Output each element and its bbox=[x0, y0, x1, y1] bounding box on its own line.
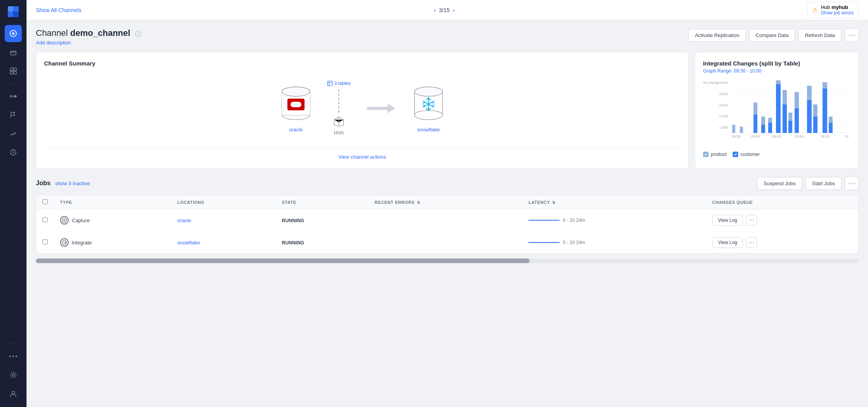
svg-rect-62 bbox=[768, 118, 772, 123]
sort-latency-icon[interactable]: ⇅ bbox=[552, 200, 556, 205]
svg-rect-68 bbox=[788, 113, 792, 121]
sidebar-item-user[interactable] bbox=[5, 385, 22, 402]
integrate-latency: 0 - 1h 24m bbox=[528, 240, 700, 245]
sidebar-item-analytics[interactable] bbox=[5, 125, 22, 142]
svg-rect-1 bbox=[13, 6, 19, 12]
activate-replication-button[interactable]: Activate Replication bbox=[688, 29, 746, 42]
integrate-view-log-button[interactable]: View Log bbox=[712, 237, 743, 248]
show-inactive-link[interactable]: show 3 inactive bbox=[55, 180, 90, 186]
svg-text:2,000: 2,000 bbox=[719, 114, 728, 118]
svg-rect-71 bbox=[807, 100, 812, 133]
capture-latency: 0 - 1h 24m bbox=[528, 218, 700, 223]
sidebar-item-settings[interactable] bbox=[5, 366, 22, 384]
pagination-prev[interactable]: ‹ bbox=[434, 7, 436, 14]
integrate-more-button[interactable]: ⋯ bbox=[746, 237, 757, 248]
sidebar-item-flags[interactable] bbox=[5, 106, 22, 124]
flow-arrow bbox=[366, 101, 397, 116]
svg-rect-59 bbox=[761, 125, 765, 133]
integrate-state: RUNNING bbox=[282, 240, 305, 246]
source-node: oracle bbox=[280, 84, 312, 133]
source-label[interactable]: oracle bbox=[289, 127, 303, 133]
svg-text:09:55: 09:55 bbox=[821, 134, 829, 138]
svg-text:09:45: 09:45 bbox=[772, 134, 781, 138]
jobs-title-area: Jobs show 3 inactive bbox=[36, 180, 90, 187]
select-all-checkbox[interactable] bbox=[43, 199, 48, 204]
pagination-current: 3/15 bbox=[439, 7, 450, 13]
breadcrumb-show-all[interactable]: Show All Channels bbox=[36, 7, 81, 13]
sidebar-item-storage[interactable] bbox=[5, 44, 22, 61]
svg-rect-60 bbox=[761, 117, 765, 125]
svg-rect-57 bbox=[753, 115, 757, 133]
chart-legend: product customer bbox=[703, 152, 850, 157]
chart-title: Integrated Changes (split by Table) bbox=[703, 60, 850, 67]
start-jobs-button[interactable]: Start Jobs bbox=[805, 177, 841, 190]
capture-location-link[interactable]: oracle bbox=[177, 218, 191, 223]
table-row: Integrate snowflake RUNNING bbox=[36, 232, 858, 254]
target-label[interactable]: snowflake bbox=[417, 127, 440, 133]
svg-point-5 bbox=[12, 32, 14, 35]
sort-errors-icon[interactable]: ⇅ bbox=[417, 200, 420, 205]
add-description-link[interactable]: Add description bbox=[36, 40, 141, 46]
chart-range: Graph Range: 09:30 - 10:00 bbox=[703, 68, 850, 74]
svg-point-15 bbox=[12, 356, 14, 357]
two-col-layout: Channel Summary bbox=[36, 52, 859, 168]
svg-rect-26 bbox=[328, 81, 332, 86]
jobs-more-button[interactable]: ⋯ bbox=[845, 176, 859, 190]
connector-line bbox=[338, 89, 339, 113]
svg-rect-0 bbox=[8, 6, 13, 12]
row-1-checkbox[interactable] bbox=[43, 217, 48, 222]
integrate-label: Integrate bbox=[72, 240, 92, 246]
svg-text:1,000: 1,000 bbox=[719, 126, 728, 129]
refresh-data-button[interactable]: Refresh Data bbox=[798, 29, 841, 42]
svg-rect-75 bbox=[822, 88, 827, 133]
app-logo[interactable] bbox=[6, 5, 20, 19]
view-channel-actions-link[interactable]: View channel actions bbox=[338, 154, 386, 160]
legend-product-checkbox[interactable] bbox=[703, 152, 709, 157]
hva-label: HVA bbox=[334, 130, 344, 136]
svg-rect-69 bbox=[795, 108, 799, 133]
pagination: ‹ 3/15 › bbox=[434, 7, 455, 14]
target-node: snowflake bbox=[413, 84, 444, 133]
tables-badge: 3 tables bbox=[327, 81, 351, 86]
capture-more-button[interactable]: ⋯ bbox=[746, 215, 757, 226]
legend-customer-checkbox[interactable] bbox=[733, 152, 738, 157]
integrate-location-link[interactable]: snowflake bbox=[177, 240, 200, 246]
help-icon[interactable]: ⓘ bbox=[135, 30, 141, 37]
suspend-jobs-button[interactable]: Suspend Jobs bbox=[757, 177, 802, 190]
sidebar-item-grid[interactable] bbox=[5, 62, 22, 80]
col-locations: LOCATIONS bbox=[171, 195, 276, 209]
legend-customer-label: customer bbox=[740, 152, 760, 157]
svg-rect-76 bbox=[822, 82, 827, 88]
jobs-title: Jobs bbox=[36, 180, 50, 186]
svg-rect-70 bbox=[795, 92, 799, 108]
sidebar-item-more[interactable] bbox=[5, 348, 22, 365]
oracle-icon bbox=[280, 84, 312, 123]
col-state: STATE bbox=[276, 195, 368, 209]
svg-point-32 bbox=[415, 87, 443, 96]
capture-view-log-button[interactable]: View Log bbox=[712, 215, 743, 226]
svg-rect-58 bbox=[753, 103, 757, 115]
channel-summary-title: Channel Summary bbox=[44, 60, 680, 67]
svg-rect-9 bbox=[10, 71, 13, 74]
hva-icon bbox=[333, 116, 345, 127]
sidebar-item-channels[interactable] bbox=[5, 25, 22, 42]
scrollbar-thumb[interactable] bbox=[36, 258, 530, 263]
hub-show-errors-link[interactable]: Show job errors bbox=[821, 10, 854, 16]
pagination-next[interactable]: › bbox=[453, 7, 455, 14]
legend-product-label: product bbox=[711, 152, 726, 157]
svg-rect-77 bbox=[829, 123, 833, 133]
svg-point-16 bbox=[16, 356, 17, 357]
more-actions-button[interactable]: ⋯ bbox=[845, 28, 859, 42]
svg-rect-78 bbox=[829, 117, 833, 123]
sidebar-item-routing[interactable] bbox=[5, 88, 22, 105]
row-2-checkbox[interactable] bbox=[43, 239, 48, 244]
horizontal-scrollbar[interactable] bbox=[36, 258, 859, 263]
chart-area: 5,000 changes/min 4,000 3,000 2,000 1,00… bbox=[703, 78, 850, 149]
compare-data-button[interactable]: Compare Data bbox=[749, 29, 795, 42]
hub-label: Hub bbox=[821, 4, 830, 10]
sidebar-item-monitoring[interactable] bbox=[5, 144, 22, 161]
svg-point-18 bbox=[12, 391, 15, 394]
svg-rect-2 bbox=[8, 12, 13, 17]
page-title: Channel demo_channel ⓘ bbox=[36, 28, 141, 38]
svg-rect-6 bbox=[11, 51, 16, 55]
